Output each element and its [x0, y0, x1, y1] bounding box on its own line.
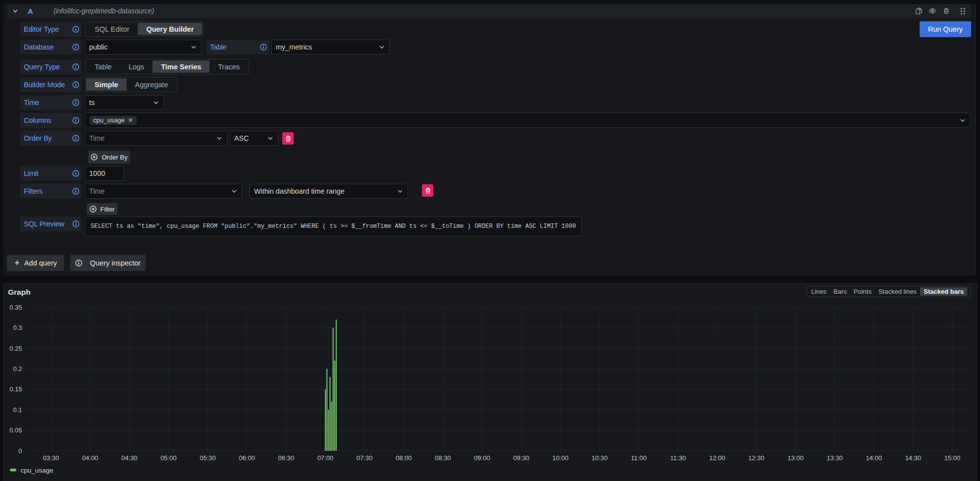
svg-text:0.3: 0.3 [13, 324, 22, 331]
svg-text:06:00: 06:00 [239, 454, 255, 462]
svg-text:12:30: 12:30 [748, 454, 765, 462]
svg-text:0.1: 0.1 [13, 406, 22, 414]
svg-text:12:00: 12:00 [709, 454, 725, 462]
svg-text:11:30: 11:30 [670, 454, 686, 462]
svg-text:0: 0 [18, 447, 22, 455]
svg-text:06:30: 06:30 [278, 454, 295, 462]
svg-text:05:30: 05:30 [200, 454, 216, 462]
svg-text:10:00: 10:00 [552, 454, 568, 462]
svg-text:10:30: 10:30 [592, 454, 608, 462]
svg-text:09:00: 09:00 [474, 454, 490, 462]
svg-text:08:30: 08:30 [435, 454, 451, 462]
svg-text:04:00: 04:00 [82, 454, 99, 462]
svg-text:15:00: 15:00 [944, 454, 961, 462]
svg-text:07:00: 07:00 [317, 454, 334, 462]
svg-text:13:30: 13:30 [826, 454, 843, 462]
svg-text:0.25: 0.25 [9, 345, 22, 352]
svg-text:08:00: 08:00 [396, 454, 412, 462]
svg-text:cpu_usage: cpu_usage [21, 467, 53, 474]
svg-text:11:00: 11:00 [631, 454, 647, 462]
svg-text:0.05: 0.05 [9, 427, 22, 434]
svg-text:0.15: 0.15 [9, 385, 22, 393]
svg-text:05:00: 05:00 [160, 454, 177, 462]
svg-text:09:30: 09:30 [513, 454, 529, 462]
svg-text:14:00: 14:00 [866, 454, 882, 462]
svg-text:0.35: 0.35 [9, 304, 22, 311]
svg-text:03:30: 03:30 [43, 454, 59, 462]
svg-text:07:30: 07:30 [357, 454, 373, 462]
svg-text:04:30: 04:30 [121, 454, 138, 462]
svg-text:13:00: 13:00 [787, 454, 804, 462]
svg-text:0.2: 0.2 [13, 365, 22, 373]
svg-text:14:30: 14:30 [905, 454, 922, 462]
